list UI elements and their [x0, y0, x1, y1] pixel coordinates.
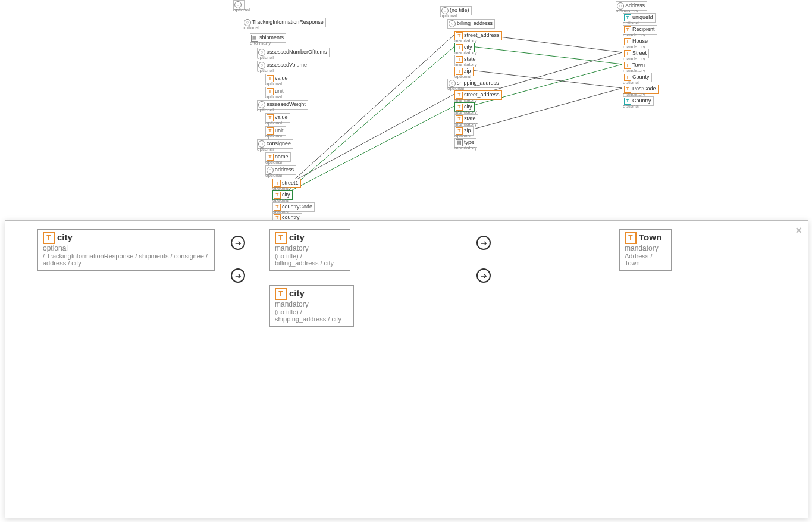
mapping-modal: × Tcity optional / TrackingInformationRe… — [5, 220, 808, 518]
tree-node-sub: optional — [265, 120, 282, 126]
card-title: city — [57, 232, 73, 242]
transform-arrow-icon[interactable]: ➔ — [231, 236, 245, 250]
card-source-city[interactable]: Tcity optional / TrackingInformationResp… — [37, 229, 215, 271]
card-town[interactable]: TTown mandatory Address / Town — [619, 229, 672, 271]
card-path: Address / Town — [625, 252, 666, 267]
tree-node-sub: optional — [265, 160, 282, 165]
type-icon: T — [275, 288, 287, 300]
card-title: Town — [639, 232, 661, 242]
tree-node-sub: 0 to many — [250, 40, 271, 46]
transform-arrow-icon[interactable]: ➔ — [476, 268, 491, 283]
card-path: (no title) / shipping_address / city — [275, 308, 349, 323]
tree-node-sub: optional — [257, 55, 274, 60]
card-path: (no title) / billing_address / city — [275, 252, 345, 267]
svg-line-1 — [291, 94, 454, 182]
card-mandopt: mandatory — [625, 244, 666, 252]
tree-node-sub: optional — [265, 133, 282, 139]
tree-node-sub: optional — [623, 104, 639, 109]
tree-node-sub: optional — [265, 173, 282, 178]
tree-node-sub: optional — [440, 13, 457, 18]
card-title: city — [289, 232, 305, 242]
type-icon: T — [43, 232, 55, 244]
tree-node-sub: optional — [243, 25, 259, 30]
svg-line-3 — [284, 106, 454, 194]
tree-node-sub: mandatory — [454, 145, 477, 151]
svg-line-5 — [481, 52, 622, 94]
card-billing-city[interactable]: Tcity mandatory (no title) / billing_add… — [269, 229, 350, 271]
tree-node-sub: optional — [257, 146, 274, 152]
svg-line-4 — [481, 35, 622, 52]
transform-arrow-icon[interactable]: ➔ — [476, 236, 491, 250]
svg-line-6 — [471, 46, 622, 64]
tree-node-sub: optional — [265, 94, 282, 99]
type-icon: T — [625, 232, 637, 244]
tree-node-sub: optional — [233, 7, 250, 12]
type-icon: T — [275, 232, 287, 244]
root-canvas: ○optional○TrackingInformationResponseopt… — [0, 0, 812, 522]
tree-node[interactable]: ○billing_address — [447, 19, 495, 29]
tree-node-sub: optional — [265, 81, 282, 86]
card-shipping-city[interactable]: Tcity mandatory (no title) / shipping_ad… — [269, 285, 354, 327]
svg-line-2 — [284, 46, 454, 194]
tree-node-sub: optional — [257, 68, 274, 73]
card-mandopt: optional — [43, 244, 209, 252]
close-icon[interactable]: × — [795, 224, 802, 237]
card-mandopt: mandatory — [275, 300, 349, 308]
card-title: city — [289, 288, 305, 298]
card-path: / TrackingInformationResponse / shipment… — [43, 252, 209, 267]
transform-arrow-icon[interactable]: ➔ — [231, 268, 245, 283]
tree-node-sub: optional — [257, 107, 274, 112]
card-mandopt: mandatory — [275, 244, 345, 252]
